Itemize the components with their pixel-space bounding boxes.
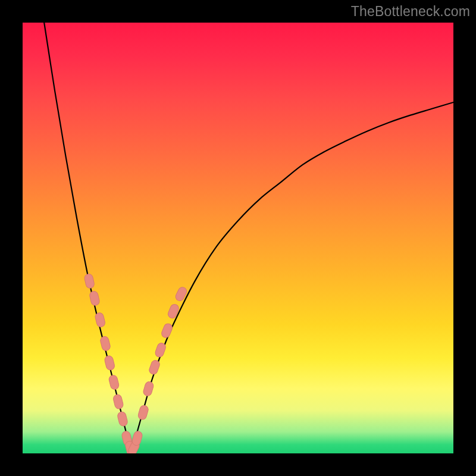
svg-rect-7: [117, 411, 128, 427]
curve-marker: [117, 411, 128, 427]
curve-marker: [112, 394, 124, 410]
chart-svg: [23, 23, 453, 453]
svg-rect-6: [112, 394, 124, 410]
curve-marker: [99, 336, 111, 352]
svg-rect-12: [137, 405, 149, 421]
curve-marker: [108, 374, 120, 390]
svg-rect-11: [131, 430, 143, 446]
plot-area: [23, 23, 453, 453]
curve-marker: [160, 322, 173, 339]
svg-rect-4: [104, 355, 115, 371]
curve-marker: [89, 290, 100, 306]
svg-rect-1: [89, 290, 100, 306]
curve-marker: [142, 381, 154, 397]
curve-marker: [131, 430, 143, 446]
svg-rect-5: [108, 374, 120, 390]
chart-frame: TheBottleneck.com: [0, 0, 476, 476]
bottleneck-curve: [44, 23, 453, 449]
curve-marker: [84, 273, 95, 289]
curve-marker: [95, 312, 106, 328]
curve-marker: [167, 303, 180, 320]
svg-rect-13: [142, 381, 154, 397]
svg-rect-17: [167, 303, 180, 320]
svg-rect-18: [174, 286, 188, 302]
curve-marker: [137, 405, 149, 421]
svg-rect-0: [84, 273, 95, 289]
svg-rect-16: [160, 322, 173, 339]
svg-rect-2: [95, 312, 106, 328]
curve-marker: [104, 355, 115, 371]
watermark-text: TheBottleneck.com: [351, 4, 470, 20]
curve-marker: [174, 286, 188, 302]
svg-rect-3: [99, 336, 111, 352]
